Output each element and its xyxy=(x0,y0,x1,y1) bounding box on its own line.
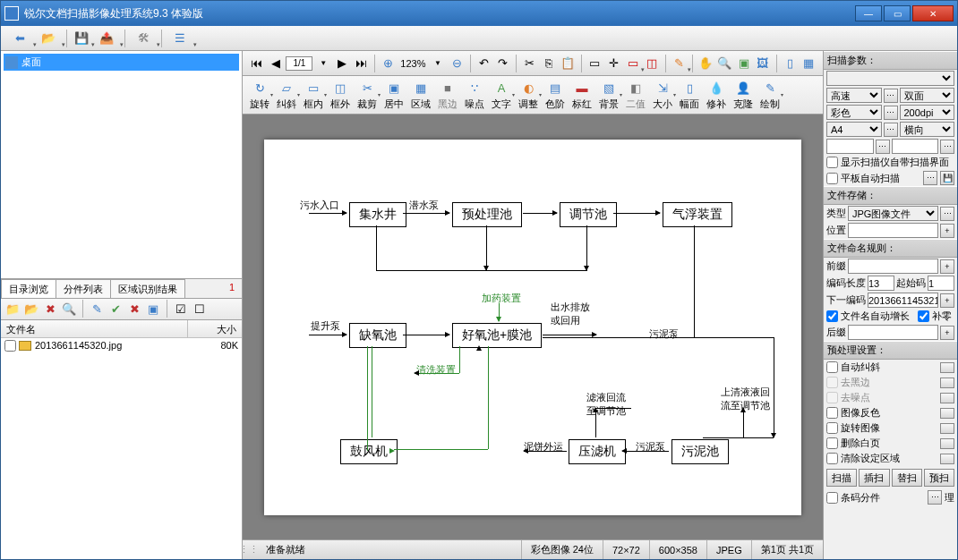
ribbon-居中[interactable]: ▣居中 xyxy=(381,78,407,112)
suffix-input[interactable] xyxy=(848,325,938,340)
contrast-btn[interactable]: ⋯ xyxy=(940,140,954,154)
preview-scan-button[interactable]: 预扫 xyxy=(924,469,954,487)
maximize-button[interactable]: ▭ xyxy=(884,5,911,21)
close-button[interactable]: ✕ xyxy=(912,5,954,21)
speed-select[interactable]: 高速 xyxy=(826,88,882,103)
crosshair-icon[interactable]: ✛ xyxy=(605,54,622,73)
color-select[interactable]: 彩色 xyxy=(826,105,882,120)
first-page-icon[interactable]: ⏮ xyxy=(248,54,265,73)
pp-opts-5[interactable] xyxy=(940,438,954,449)
ribbon-调整[interactable]: ◐调整 xyxy=(515,78,542,112)
ribbon-修补[interactable]: 💧修补 xyxy=(703,78,730,112)
copy-icon[interactable]: ⎘ xyxy=(540,54,557,73)
ribbon-绘制[interactable]: ✎绘制 xyxy=(757,78,783,112)
back-button[interactable]: ⬅ xyxy=(6,29,33,48)
select-rect-icon[interactable]: ◫ xyxy=(643,54,660,73)
col-filename[interactable]: 文件名 xyxy=(1,320,188,337)
cut-icon[interactable]: ✂ xyxy=(521,54,538,73)
tools-button[interactable]: 🛠 xyxy=(130,29,157,48)
hand-icon[interactable]: ✋ xyxy=(697,54,714,73)
contrast-input[interactable] xyxy=(892,139,939,154)
pp-opts-0[interactable] xyxy=(940,362,954,373)
pp-check-5[interactable] xyxy=(826,437,838,449)
ribbon-框内[interactable]: ▭框内 xyxy=(300,78,327,112)
ribbon-大小[interactable]: ⇲大小 xyxy=(649,78,676,112)
dpi-select[interactable]: 200dpi xyxy=(900,105,955,120)
list-button[interactable]: ☰ xyxy=(167,29,193,48)
file-checkbox[interactable] xyxy=(4,340,16,352)
page-input[interactable] xyxy=(286,56,312,71)
ribbon-噪点[interactable]: ∵噪点 xyxy=(461,78,488,112)
bright-btn[interactable]: ⋯ xyxy=(876,140,890,154)
last-page-icon[interactable]: ⏭ xyxy=(353,54,370,73)
flatbed-save[interactable]: 💾 xyxy=(940,171,954,185)
deselect-icon[interactable]: ☐ xyxy=(192,301,208,317)
ribbon-背景[interactable]: ▧背景 xyxy=(595,78,622,112)
ribbon-克隆[interactable]: 👤克隆 xyxy=(730,78,757,112)
insert-scan-button[interactable]: 插扫 xyxy=(859,469,889,487)
export-button[interactable]: 📤 xyxy=(93,29,120,48)
tree-root[interactable]: 桌面 xyxy=(4,54,239,71)
ribbon-纠斜[interactable]: ▱纠斜 xyxy=(273,78,300,112)
next-page-icon[interactable]: ▶ xyxy=(334,54,351,73)
ribbon-旋转[interactable]: ↻旋转 xyxy=(246,78,273,112)
scan-button[interactable]: 扫描 xyxy=(826,469,857,487)
pad-check[interactable] xyxy=(918,310,929,322)
prev-page-icon[interactable]: ◀ xyxy=(267,54,284,73)
pp-check-3[interactable] xyxy=(826,407,838,419)
prefix-btn[interactable]: + xyxy=(940,259,954,274)
filetype-btn[interactable]: ⋯ xyxy=(940,207,954,221)
ribbon-文字[interactable]: A文字 xyxy=(488,78,515,112)
canvas-viewport[interactable]: 集水井 预处理池 调节池 气浮装置 缺氧池 好氧池+膜池 鼓风机 压滤机 污泥池… xyxy=(243,115,823,539)
orient-select[interactable]: 横向 xyxy=(900,122,955,137)
tab-ocr[interactable]: 区域识别结果 xyxy=(110,279,185,298)
zoom-out-icon[interactable]: ⊖ xyxy=(449,54,466,73)
nextcode-btn[interactable]: + xyxy=(940,293,954,308)
rename-icon[interactable]: ✎ xyxy=(89,301,105,317)
tree-view[interactable]: 桌面 xyxy=(1,51,242,279)
autogrow-check[interactable] xyxy=(826,310,838,322)
replace-scan-button[interactable]: 替扫 xyxy=(892,469,922,487)
pp-check-0[interactable] xyxy=(826,361,838,373)
color-btn[interactable]: ⋯ xyxy=(884,106,898,120)
redo-icon[interactable]: ↷ xyxy=(494,54,511,73)
flatbed-check[interactable] xyxy=(826,173,838,184)
tab-browse[interactable]: 目录浏览 xyxy=(1,279,56,298)
prefix-input[interactable] xyxy=(848,259,938,274)
minimize-button[interactable]: — xyxy=(855,5,882,21)
ribbon-框外[interactable]: ◫框外 xyxy=(327,78,354,112)
check-icon[interactable]: ✔ xyxy=(107,301,124,317)
col-filesize[interactable]: 大小 xyxy=(188,320,242,337)
paper-btn[interactable]: ⋯ xyxy=(884,123,898,137)
duplex-select[interactable]: 双面 xyxy=(900,88,955,103)
delete-folder-icon[interactable]: ✖ xyxy=(42,301,58,317)
new-folder-icon[interactable]: 📁 xyxy=(4,301,21,317)
show-ui-check[interactable] xyxy=(826,157,838,168)
pp-opts-4[interactable] xyxy=(940,423,954,434)
page-dd-icon[interactable]: ▼ xyxy=(314,54,331,73)
paste-icon[interactable]: 📋 xyxy=(560,54,577,73)
nextcode-input[interactable] xyxy=(868,293,938,308)
compare-icon[interactable]: ▣ xyxy=(735,54,752,73)
filetype-select[interactable]: JPG图像文件 xyxy=(848,206,938,221)
marquee-icon[interactable]: ▭ xyxy=(624,54,641,73)
remove-icon[interactable]: ✖ xyxy=(126,301,142,317)
pp-check-4[interactable] xyxy=(826,422,838,434)
pp-opts-6[interactable] xyxy=(940,454,954,464)
ribbon-区域[interactable]: ▦区域 xyxy=(407,78,434,112)
page-icon[interactable]: ▯ xyxy=(781,54,798,73)
codelen-input[interactable] xyxy=(868,276,894,291)
suffix-btn[interactable]: + xyxy=(940,326,954,340)
speed-btn[interactable]: ⋯ xyxy=(884,89,898,103)
barcode-opts[interactable]: ⋯ xyxy=(928,490,942,505)
startcode-input[interactable] xyxy=(928,276,954,291)
scanner-select[interactable] xyxy=(826,71,954,86)
magnify-icon[interactable]: 🔍 xyxy=(716,54,733,73)
save-button[interactable]: 💾 xyxy=(72,29,91,48)
file-row[interactable]: 2013661145320.jpg 80K xyxy=(1,338,242,353)
open-button[interactable]: 📂 xyxy=(35,29,62,48)
loc-btn[interactable]: + xyxy=(940,224,954,238)
ribbon-幅面[interactable]: ▯幅面 xyxy=(676,78,703,112)
refresh-icon[interactable]: 🔍 xyxy=(61,301,77,317)
ruler-icon[interactable]: ▭ xyxy=(586,54,603,73)
